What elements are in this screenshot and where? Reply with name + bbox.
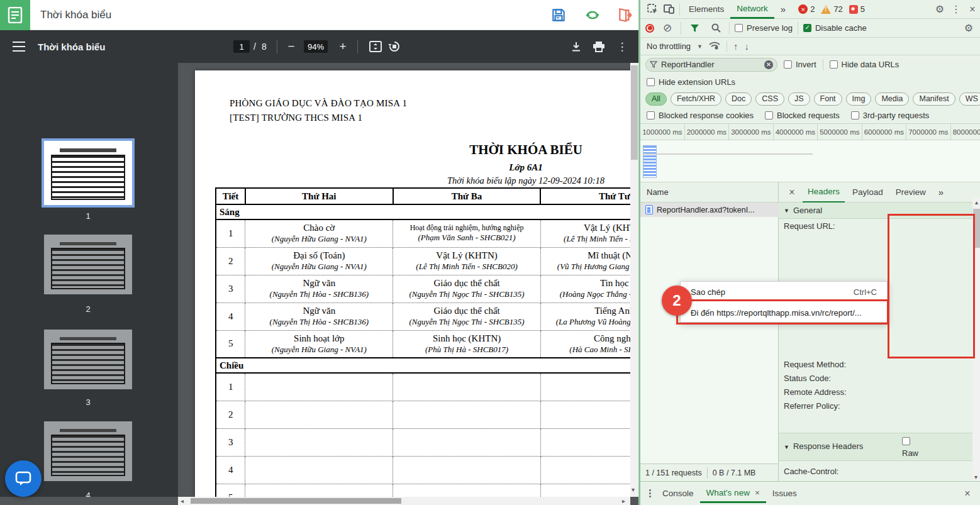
device-toolbar-icon[interactable] xyxy=(660,1,677,18)
zoom-level[interactable]: 94% xyxy=(304,40,328,53)
raw-checkbox[interactable] xyxy=(902,437,910,445)
export-har-icon[interactable]: ↓ xyxy=(745,41,750,52)
timetable-cell: Công nghệ(Hà Cao Minh - SHCB146) xyxy=(540,330,630,358)
thumbnail-sidebar: 1 2 3 4 xyxy=(0,63,178,497)
drawer-tab-whats-new[interactable]: What's new × xyxy=(700,484,766,503)
rotate-icon[interactable] xyxy=(386,38,403,55)
hide-extension-urls-checkbox[interactable]: Hide extension URLs xyxy=(647,77,735,87)
thumbnail-page-2[interactable] xyxy=(44,235,132,294)
network-filter-input[interactable]: ReportHandler ✕ xyxy=(645,58,777,72)
record-icon[interactable] xyxy=(645,24,654,33)
network-conditions-icon[interactable] xyxy=(709,42,720,52)
preserve-log-checkbox[interactable]: Preserve log xyxy=(735,23,793,33)
zoom-out-button[interactable]: − xyxy=(283,38,299,55)
disable-cache-checkbox[interactable]: Disable cache xyxy=(803,23,867,33)
fit-page-icon[interactable] xyxy=(367,38,384,55)
checkbox-3rd-party-requests[interactable]: 3rd-party requests xyxy=(851,111,930,120)
overview-line xyxy=(643,153,813,155)
network-overview-strip xyxy=(640,140,980,182)
filter-pill-img[interactable]: Img xyxy=(846,92,872,106)
horizontal-scrollbar-thumb[interactable] xyxy=(191,498,401,504)
filter-pill-font[interactable]: Font xyxy=(814,92,842,106)
timetable-row-empty: 5 xyxy=(216,484,630,497)
checkbox-blocked-response-cookies[interactable]: Blocked response cookies xyxy=(647,111,754,120)
hide-data-urls-checkbox[interactable]: Hide data URLs xyxy=(830,60,899,69)
refresh-icon[interactable] xyxy=(584,6,601,24)
period-number: 4 xyxy=(216,456,245,484)
tab-network[interactable]: Network xyxy=(730,0,774,19)
error-badge[interactable]: ×2 xyxy=(798,4,815,14)
tab-preview[interactable]: Preview xyxy=(891,182,931,203)
download-icon[interactable] xyxy=(568,38,584,55)
request-list-empty-area xyxy=(640,217,779,463)
request-type-filter-pills: AllFetch/XHRDocCSSJSFontImgMediaManifest… xyxy=(640,90,980,108)
close-whats-new-icon[interactable]: × xyxy=(755,488,760,497)
exit-icon[interactable] xyxy=(616,6,634,24)
devtools-close-icon[interactable]: × xyxy=(964,1,980,18)
period-number: 2 xyxy=(216,247,245,275)
inspect-element-icon[interactable] xyxy=(644,1,660,18)
timeline-tick: 3000000 ms xyxy=(729,124,774,140)
issues-badge[interactable]: 5 xyxy=(849,4,865,14)
throttling-select[interactable]: No throttling xyxy=(647,42,691,51)
more-detail-tabs-icon[interactable]: » xyxy=(933,182,949,203)
clear-filter-icon[interactable]: ✕ xyxy=(764,60,773,69)
filter-pill-doc[interactable]: Doc xyxy=(725,92,752,106)
timetable-row: 3Ngữ văn(Nguyễn Thị Hòa - SHCB136)Giáo d… xyxy=(216,275,630,302)
timetable-cell-empty xyxy=(540,401,630,428)
annotation-step-2: 2 xyxy=(662,286,692,316)
save-icon[interactable] xyxy=(550,6,567,24)
app-title-bar: Thời khóa biểu xyxy=(0,0,638,30)
tab-elements[interactable]: Elements xyxy=(682,0,730,19)
search-icon[interactable] xyxy=(708,20,724,36)
browser-window: Thời khóa biểu Thời khóa biểu 1 / 8 − 94… xyxy=(0,0,638,505)
devtools-menu-icon[interactable]: ⋮ xyxy=(948,1,964,18)
network-settings-gear-icon[interactable]: ⚙ xyxy=(961,20,977,36)
chat-widget-button[interactable] xyxy=(5,460,42,497)
request-url-label: Request URL: xyxy=(784,221,835,231)
tab-headers[interactable]: Headers xyxy=(803,182,845,203)
filter-pill-all[interactable]: All xyxy=(645,92,667,106)
response-headers-section-header[interactable]: ▼Response Headers Raw xyxy=(779,433,980,461)
name-column-header[interactable]: Name xyxy=(640,182,779,203)
menu-icon[interactable] xyxy=(13,42,25,52)
drawer-tab-console[interactable]: Console xyxy=(656,484,700,503)
more-options-icon[interactable]: ⋮ xyxy=(614,38,630,55)
print-icon[interactable] xyxy=(591,38,607,55)
timeline-tick: 5000000 ms xyxy=(818,124,862,140)
timetable-row-empty: 4 xyxy=(216,456,630,484)
timetable-cell: Ngữ văn(Nguyễn Thị Hòa - SHCB136) xyxy=(245,302,393,330)
drawer-menu-icon[interactable] xyxy=(649,489,651,497)
thumbnail-page-3[interactable] xyxy=(44,330,132,389)
settings-gear-icon[interactable]: ⚙ xyxy=(932,1,948,18)
vertical-scrollbar-thumb[interactable] xyxy=(631,65,638,160)
page-number-input[interactable]: 1 xyxy=(233,40,250,53)
drawer-tab-issues[interactable]: Issues xyxy=(766,484,803,503)
clear-icon[interactable]: ⊘ xyxy=(659,20,676,36)
thumbnail-page-1[interactable] xyxy=(44,141,132,205)
referrer-policy-label: Referrer Policy: xyxy=(784,401,840,411)
more-tabs-icon[interactable]: » xyxy=(774,0,792,19)
filter-pill-manifest[interactable]: Manifest xyxy=(913,92,955,106)
filter-pill-media[interactable]: Media xyxy=(875,92,909,106)
close-drawer-icon[interactable]: × xyxy=(959,486,976,502)
filter-pill-css[interactable]: CSS xyxy=(755,92,784,106)
filter-pill-fetchxhr[interactable]: Fetch/XHR xyxy=(671,92,721,106)
invert-checkbox[interactable]: Invert xyxy=(784,60,816,69)
request-row-selected[interactable]: ReportHandler.axd?tokenI... xyxy=(640,203,779,217)
checkbox-blocked-requests[interactable]: Blocked requests xyxy=(765,111,840,120)
status-code-label: Status Code: xyxy=(784,374,831,383)
close-details-icon[interactable]: × xyxy=(784,184,800,201)
tab-payload[interactable]: Payload xyxy=(847,182,888,203)
filter-pill-js[interactable]: JS xyxy=(788,92,810,106)
warning-badge[interactable]: 72 xyxy=(821,4,842,14)
timetable-row: 2Đại số (Toán)(Nguyễn Hữu Giang - NVA1)V… xyxy=(216,247,630,275)
filter-icon[interactable] xyxy=(686,20,703,36)
import-har-icon[interactable]: ↑ xyxy=(733,41,738,52)
filter-pill-ws[interactable]: WS xyxy=(959,92,980,106)
zoom-in-button[interactable]: + xyxy=(335,38,351,55)
thumbnail-page-4[interactable] xyxy=(44,421,132,481)
document-title: THỜI KHÓA BIỂU xyxy=(215,142,630,158)
filter-value: ReportHandler xyxy=(661,60,715,69)
timetable-cell: Chào cờ(Nguyễn Hữu Giang - NVA1) xyxy=(245,219,393,247)
